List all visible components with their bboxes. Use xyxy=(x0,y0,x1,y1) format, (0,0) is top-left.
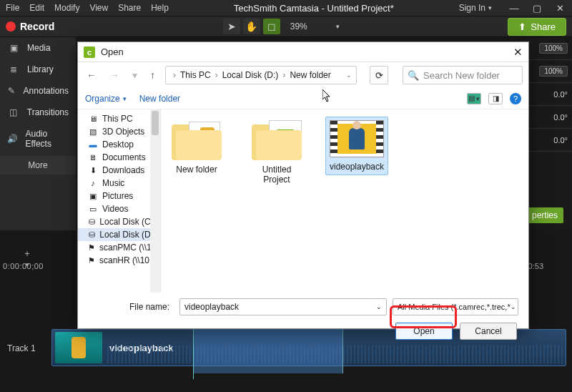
filter-text: All Media Files (*.camrec,*.trec,* xyxy=(398,303,511,311)
menu-help[interactable]: Help xyxy=(151,3,169,13)
cancel-button[interactable]: Cancel xyxy=(460,323,517,340)
crumb-disk-d[interactable]: Local Disk (D:) xyxy=(222,70,279,80)
folder-icon xyxy=(252,120,302,160)
sidebar-item-library[interactable]: ≣Library xyxy=(0,59,76,80)
open-button[interactable]: Open xyxy=(395,323,453,340)
download-icon: ⬇ xyxy=(88,166,98,175)
picture-icon: ▣ xyxy=(88,192,98,200)
tree-this-pc[interactable]: 🖥This PC xyxy=(78,112,160,125)
menubar: File Edit Modify View Share Help TechSmi… xyxy=(0,0,572,16)
video-icon: ▭ xyxy=(88,205,98,213)
tree-pictures[interactable]: ▣Pictures xyxy=(78,190,160,202)
filename-input[interactable]: videoplayback ⌄ xyxy=(179,298,387,315)
tree-scanpmc[interactable]: ⚑scanPMC (\\10.64 xyxy=(78,241,160,254)
rotation-z-value[interactable]: 0.0° xyxy=(553,136,568,144)
close-icon[interactable]: ✕ xyxy=(513,46,523,59)
file-item-untitled-project[interactable]: Untitled Project xyxy=(245,117,308,188)
plus-icon[interactable]: ＋ xyxy=(23,248,31,260)
refresh-button[interactable]: ⟳ xyxy=(370,66,388,84)
hand-tool[interactable]: ✋ xyxy=(243,19,260,34)
properties-panel: 100% 100% 0.0° 0.0° 0.0° xyxy=(529,37,572,152)
tree-3d-objects[interactable]: ▧3D Objects xyxy=(78,125,160,138)
record-button[interactable]: Record xyxy=(20,21,54,32)
zoom-dropdown[interactable]: 39%▾ xyxy=(290,21,340,31)
menu-share[interactable]: Share xyxy=(118,3,141,13)
sidebar-item-transitions[interactable]: ◫Transitions xyxy=(0,102,76,123)
crumb-this-pc[interactable]: This PC xyxy=(180,70,211,80)
forward-button[interactable]: → xyxy=(107,69,122,81)
disk-icon: ⛁ xyxy=(88,230,95,239)
file-item-videoplayback[interactable]: videoplayback xyxy=(325,117,388,175)
pointer-tool[interactable]: ➤ xyxy=(223,19,240,34)
organize-dropdown[interactable]: Organize ▾ xyxy=(85,94,127,104)
breadcrumb[interactable]: › This PC › Local Disk (D:) › New folder… xyxy=(165,66,357,84)
chevron-down-icon: ⌄ xyxy=(511,303,516,310)
maximize-button[interactable]: ▢ xyxy=(531,3,543,14)
opacity-value[interactable]: 100% xyxy=(539,66,568,77)
sidebar-item-audio[interactable]: 🔊Audio Effects xyxy=(0,123,76,155)
tree-disk-d[interactable]: ⛁Local Disk (D:) xyxy=(78,228,160,241)
file-list[interactable]: New folder Untitled Project videoplaybac… xyxy=(161,109,528,293)
audio-effects-icon: 🔊 xyxy=(7,134,18,144)
folder-icon xyxy=(172,120,222,160)
up-button[interactable]: ↑ xyxy=(147,69,158,81)
desktop-icon: ▬ xyxy=(88,140,98,149)
tree-scanhr[interactable]: ⚑scanHR (\\10.68. xyxy=(78,254,160,267)
rotation-x-value[interactable]: 0.0° xyxy=(553,90,568,99)
tree-music[interactable]: ♪Music xyxy=(78,177,160,190)
chevron-down-icon[interactable]: ⌄ xyxy=(376,303,382,310)
folder-tree[interactable]: 🖥This PC ▧3D Objects ▬Desktop 🗎Documents… xyxy=(78,109,161,293)
search-placeholder: Search New folder xyxy=(423,70,500,81)
record-icon xyxy=(6,21,16,31)
properties-button[interactable]: perties xyxy=(526,207,563,223)
scale-value[interactable]: 100% xyxy=(539,43,568,54)
app-title: TechSmith Camtasia - Untitled Project* xyxy=(179,3,449,14)
library-icon: ≣ xyxy=(7,64,20,74)
pc-icon: 🖥 xyxy=(88,114,98,123)
net-icon: ⚑ xyxy=(88,243,95,252)
minimize-button[interactable]: — xyxy=(508,3,521,14)
track-label[interactable]: Track 1 xyxy=(7,343,36,353)
history-dropdown[interactable]: ▾ xyxy=(129,69,140,81)
crop-tool[interactable]: ◻ xyxy=(263,19,280,34)
help-icon[interactable]: ? xyxy=(510,93,521,104)
tree-downloads[interactable]: ⬇Downloads xyxy=(78,164,160,177)
share-button[interactable]: ⬆Share xyxy=(508,18,566,36)
dialog-title: Open xyxy=(101,46,124,57)
refresh-icon: ⟳ xyxy=(375,70,383,81)
close-button[interactable]: ✕ xyxy=(553,3,566,14)
cube-icon: ▧ xyxy=(88,127,98,136)
menu-edit[interactable]: Edit xyxy=(29,3,44,13)
menu-modify[interactable]: Modify xyxy=(54,3,79,13)
rotation-y-value[interactable]: 0.0° xyxy=(553,113,568,122)
sidebar-item-media[interactable]: ▣Media xyxy=(0,37,76,59)
tree-videos[interactable]: ▭Videos xyxy=(78,202,160,215)
new-folder-button[interactable]: New folder xyxy=(139,94,180,104)
tree-scrollbar[interactable] xyxy=(150,109,160,293)
chevron-right-icon: › xyxy=(212,70,221,80)
sidebar-more[interactable]: More xyxy=(0,156,76,175)
tree-desktop[interactable]: ▬Desktop xyxy=(78,138,160,151)
back-button[interactable]: ← xyxy=(84,69,99,81)
media-icon: ▣ xyxy=(7,43,20,53)
file-item-new-folder[interactable]: New folder xyxy=(165,117,228,178)
preview-pane-button[interactable]: ◨ xyxy=(488,93,503,104)
tree-disk-c[interactable]: ⛁Local Disk (C:) xyxy=(78,215,160,228)
search-input[interactable]: 🔍 Search New folder xyxy=(403,66,523,84)
tree-documents[interactable]: 🗎Documents xyxy=(78,151,160,164)
sign-in[interactable]: Sign In▾ xyxy=(459,3,492,13)
video-file-icon xyxy=(330,120,384,157)
camtasia-icon: c xyxy=(84,46,95,58)
file-type-filter[interactable]: All Media Files (*.camrec,*.trec,* ⌄ xyxy=(393,298,518,315)
chevron-down-icon[interactable]: ⌄ xyxy=(346,72,352,79)
menu-view[interactable]: View xyxy=(89,3,108,13)
file-label: Untitled Project xyxy=(249,165,305,185)
disk-icon: ⛁ xyxy=(88,217,95,226)
chevron-down-icon: ▾ xyxy=(488,4,492,11)
menu-file[interactable]: File xyxy=(6,3,19,13)
view-mode-button[interactable]: ▤▾ xyxy=(467,93,481,104)
sidebar-item-annotations[interactable]: ✎Annotations xyxy=(0,80,76,102)
share-icon: ⬆ xyxy=(518,21,526,32)
dialog-bottom: File name: videoplayback ⌄ All Media Fil… xyxy=(78,293,528,350)
crumb-folder[interactable]: New folder xyxy=(290,70,330,80)
